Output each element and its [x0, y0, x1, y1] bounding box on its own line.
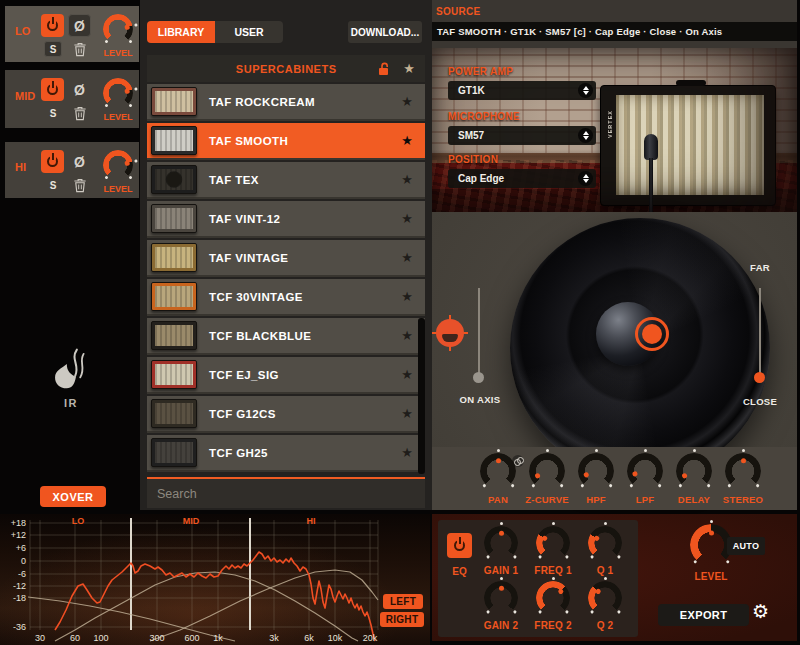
- knob-block-gain-2: GAIN 2: [475, 581, 527, 631]
- favorite-star-icon[interactable]: ★: [401, 367, 413, 382]
- phase-button[interactable]: Ø: [68, 150, 91, 173]
- delete-button[interactable]: [71, 41, 88, 58]
- knob-z-curve[interactable]: [529, 453, 565, 489]
- mic-position-marker[interactable]: [635, 317, 669, 351]
- download-button[interactable]: DOWNLOAD...: [348, 21, 422, 43]
- knob-label: GAIN 2: [475, 620, 527, 631]
- cabinet-list-item[interactable]: TAF VINT-12★: [147, 201, 425, 238]
- stepper-icon[interactable]: [578, 171, 593, 186]
- selector-dropdown[interactable]: SM57: [448, 126, 596, 145]
- cabinet-name: TAF VINT-12: [209, 213, 401, 225]
- delete-button[interactable]: [71, 177, 88, 194]
- knob-gain-2[interactable]: [484, 581, 518, 615]
- distance-slider-handle[interactable]: [754, 372, 765, 383]
- favorites-filter-icon[interactable]: ★: [403, 61, 415, 76]
- stepper-icon[interactable]: [578, 83, 593, 98]
- solo-button[interactable]: S: [44, 41, 62, 57]
- distance-slider-track[interactable]: [759, 288, 761, 382]
- settings-gear-icon[interactable]: ⚙: [752, 600, 769, 623]
- cabinet-list-item[interactable]: TAF VINTAGE★: [147, 240, 425, 277]
- svg-text:20k: 20k: [363, 633, 378, 643]
- right-channel-button[interactable]: RIGHT: [380, 612, 424, 627]
- knob-label: LEVEL: [690, 571, 732, 582]
- channel-label: LO: [15, 25, 30, 37]
- channel-power-button[interactable]: [41, 14, 64, 37]
- knob-q-2[interactable]: [588, 581, 622, 615]
- solo-button[interactable]: S: [44, 105, 62, 121]
- trash-icon: [73, 42, 87, 57]
- cabinet-list-item[interactable]: TCF 30VINTAGE★: [147, 279, 425, 316]
- cabinet-thumbnail: [151, 438, 197, 467]
- favorite-star-icon[interactable]: ★: [401, 328, 413, 343]
- knob-block-gain-1: GAIN 1: [475, 526, 527, 576]
- knob-delay[interactable]: [676, 453, 712, 489]
- source-label: SOURCE: [436, 6, 481, 17]
- eq-graph: +18+12+60-6-12-18-3630601003006001k3k6k1…: [0, 514, 430, 645]
- level-knob[interactable]: [103, 150, 133, 180]
- level-knob[interactable]: [103, 78, 133, 108]
- left-channel-button[interactable]: LEFT: [383, 594, 423, 609]
- knob-level[interactable]: [690, 524, 732, 566]
- knob-freq-2[interactable]: [536, 581, 570, 615]
- knob-label: Q 2: [579, 620, 631, 631]
- xover-button[interactable]: XOVER: [40, 486, 106, 507]
- eq-power-button[interactable]: [447, 533, 472, 558]
- favorite-star-icon[interactable]: ★: [401, 445, 413, 460]
- axis-slider-handle[interactable]: [473, 372, 484, 383]
- auto-button[interactable]: AUTO: [727, 537, 765, 555]
- level-knob[interactable]: [103, 14, 133, 44]
- channel-label: HI: [15, 161, 26, 173]
- selector-dropdown[interactable]: GT1K: [448, 81, 596, 100]
- search-input[interactable]: [155, 486, 395, 502]
- tab-library[interactable]: LIBRARY: [147, 21, 215, 43]
- channel-power-button[interactable]: [41, 150, 64, 173]
- cabinet-list-item[interactable]: TCF GH25★: [147, 435, 425, 472]
- favorite-star-icon[interactable]: ★: [401, 211, 413, 226]
- knob-hpf[interactable]: [578, 453, 614, 489]
- export-button[interactable]: EXPORT: [658, 604, 749, 626]
- cabinet-list-item[interactable]: TCF G12CS★: [147, 396, 425, 433]
- channel-strip-hi[interactable]: HIØSLEVEL: [5, 142, 139, 198]
- favorite-star-icon[interactable]: ★: [401, 172, 413, 187]
- phase-button[interactable]: Ø: [68, 14, 91, 37]
- favorite-star-icon[interactable]: ★: [401, 94, 413, 109]
- tab-user[interactable]: USER: [215, 21, 283, 43]
- ir-label: IR: [48, 397, 94, 409]
- knob-q-1[interactable]: [588, 526, 622, 560]
- svg-text:0: 0: [21, 556, 26, 566]
- cabinet-list-item[interactable]: TCF BLACKBLUE★: [147, 318, 425, 355]
- axis-slider-track[interactable]: [478, 288, 480, 382]
- cabinet-name: TCF BLACKBLUE: [209, 330, 401, 342]
- delete-button[interactable]: [71, 105, 88, 122]
- cabinet-list-item[interactable]: TAF TEX★: [147, 162, 425, 199]
- on-axis-target-icon[interactable]: [436, 319, 464, 347]
- solo-button[interactable]: S: [44, 177, 62, 193]
- svg-text:-36: -36: [13, 622, 26, 632]
- favorite-star-icon[interactable]: ★: [401, 133, 413, 148]
- unlock-icon[interactable]: [377, 62, 391, 76]
- knob-gain-1[interactable]: [484, 526, 518, 560]
- stepper-icon[interactable]: [578, 128, 593, 143]
- knob-lpf[interactable]: [627, 453, 663, 489]
- channel-strip-lo[interactable]: LOØSLEVEL: [5, 6, 139, 62]
- favorite-star-icon[interactable]: ★: [401, 406, 413, 421]
- cabinet-list-item[interactable]: TAF ROCKCREAM★: [147, 84, 425, 121]
- level-label: LEVEL: [101, 184, 135, 194]
- cabinet-thumbnail: [151, 165, 197, 194]
- channel-label: MID: [15, 90, 35, 102]
- cabinet-list-item[interactable]: TAF SMOOTH★: [147, 123, 425, 160]
- svg-text:-18: -18: [13, 593, 26, 603]
- cabinet-thumbnail: [151, 282, 197, 311]
- channel-power-button[interactable]: [41, 78, 64, 101]
- phase-button[interactable]: Ø: [68, 78, 91, 101]
- knob-pan[interactable]: [480, 453, 516, 489]
- favorite-star-icon[interactable]: ★: [401, 250, 413, 265]
- favorite-star-icon[interactable]: ★: [401, 289, 413, 304]
- selector-label: MICROPHONE: [448, 111, 608, 122]
- selector-dropdown[interactable]: Cap Edge: [448, 169, 596, 188]
- knob-freq-1[interactable]: [536, 526, 570, 560]
- knob-stereo[interactable]: [725, 453, 761, 489]
- cabinet-list-item[interactable]: TCF EJ_SIG★: [147, 357, 425, 394]
- list-scrollbar[interactable]: [418, 318, 425, 474]
- channel-strip-mid[interactable]: MIDØSLEVEL: [5, 70, 139, 128]
